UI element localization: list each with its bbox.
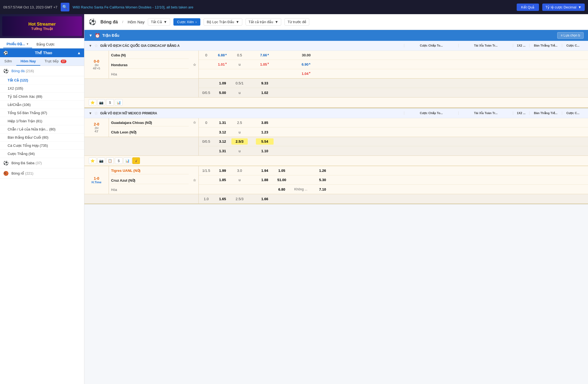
cuoc-xien-button[interactable]: Cược Xiên › bbox=[173, 18, 201, 26]
t-handicap-r3 bbox=[199, 188, 214, 190]
t-1x2-r1[interactable]: 1.05 bbox=[274, 167, 290, 174]
chevron-down-icon: ▼ bbox=[164, 20, 167, 24]
bo-loc-dropdown[interactable]: Bộ Lọc Trận Đấu ▼ bbox=[204, 18, 242, 26]
lua-chon-button[interactable]: ≡ Lựa chọn b bbox=[557, 32, 584, 39]
t-cc-r2[interactable]: 5.30 bbox=[312, 177, 333, 183]
sidebar-item-bongro[interactable]: 🏀 Bóng rổ (221) bbox=[0, 168, 84, 179]
sidebar-subitem-tongso[interactable]: Tổng Số Bàn Thắng (87) bbox=[0, 109, 84, 117]
chevron-icon[interactable]: ▼ bbox=[89, 44, 92, 48]
tat-ca-tran-dropdown[interactable]: Tất cả trận đấu ▼ bbox=[246, 18, 281, 26]
guadalajara-teams: Guadalajara Chivas (Nữ) Club Leon (Nữ) bbox=[109, 118, 191, 137]
g2-taixiu-val-r2[interactable]: 1.10 bbox=[256, 148, 274, 154]
g-taixiu-val-r2[interactable]: 1.23 bbox=[256, 129, 274, 135]
chap2-val-r1[interactable]: 1.09 bbox=[214, 80, 231, 86]
taixiu-val-r1[interactable]: 7.66▲ bbox=[256, 52, 274, 58]
sidebar-subitem-tatca[interactable]: Tất Cả (122) bbox=[0, 76, 84, 84]
sidebar-subitem-cacuoc[interactable]: Cá Cược Tổng Hợp (735) bbox=[0, 142, 84, 150]
clipboard-icon[interactable]: 📋 bbox=[106, 157, 114, 164]
t-ou-r2 bbox=[248, 179, 256, 181]
search-button[interactable]: 🔍 bbox=[61, 3, 69, 11]
star-icon[interactable]: ☆ bbox=[94, 111, 98, 116]
g2-taixiu-val-r1[interactable]: 5.54 bbox=[256, 138, 274, 145]
subitem-1x2-label: 1X2 (105) bbox=[8, 86, 23, 90]
bt-r1[interactable]: 30.00 bbox=[290, 52, 323, 58]
dollar-icon[interactable]: $ bbox=[106, 99, 114, 106]
taixiu-sep-r2: u bbox=[231, 61, 248, 68]
dollar-icon2[interactable]: $ bbox=[115, 157, 122, 164]
match-score: 0-0 bbox=[94, 59, 99, 63]
content-subheader: ⚽ Bóng đá / Hôm Nay Tất Cả ▼ Cược Xiên ›… bbox=[84, 14, 588, 30]
favorite-icon[interactable]: ⭐ bbox=[89, 99, 96, 106]
g-taixiu-sep-r1: 2.5 bbox=[231, 120, 248, 126]
sidebar-tabs: Phiếu Đặ... ▼ Bảng Cược bbox=[0, 38, 84, 48]
g2-taixiu-sep-r2: u bbox=[231, 148, 248, 154]
camera-icon[interactable]: 📷 bbox=[97, 99, 105, 106]
tu-truoc-dropdown[interactable]: Từ trước đề bbox=[284, 18, 309, 26]
t2-taixiu-val-r1[interactable]: 1.66 bbox=[256, 196, 274, 202]
subtab-tructiep[interactable]: Trực tiếp 87 bbox=[40, 57, 71, 66]
guadalajara-star[interactable]: ☆ bbox=[191, 118, 198, 137]
match-score-time: 0-0 2H 48'+5 bbox=[84, 51, 109, 78]
tigres-star[interactable]: ☆ bbox=[191, 166, 198, 194]
t-taixiu-val-r1[interactable]: 1.94 bbox=[256, 167, 274, 174]
subtab-homnay[interactable]: Hôm Nay bbox=[16, 57, 40, 66]
t-cc-r1[interactable]: 1.26 bbox=[312, 167, 333, 174]
ty-le-dropdown[interactable]: Tỷ lệ cược Decimal ▼ bbox=[542, 4, 585, 11]
t2-chap-r1[interactable]: 1.65 bbox=[214, 196, 231, 202]
ket-qua-button[interactable]: Kết Quả bbox=[517, 4, 539, 11]
subitem-cacuoc-label: Cá Cược Tổng Hợp (735) bbox=[8, 144, 48, 148]
sidebar-item-saba[interactable]: ⚽ Bóng Đá Saba (37) bbox=[0, 158, 84, 168]
subtab-som[interactable]: Sớm bbox=[0, 57, 16, 66]
tat-ca-dropdown[interactable]: Tất Cả ▼ bbox=[148, 18, 170, 26]
sidebar-subitem-hiep1[interactable]: Hiệp 1/Toàn Trận (81) bbox=[0, 117, 84, 125]
chap-val-r2[interactable]: 1.01▼ bbox=[214, 61, 231, 68]
tab-bang-cuoc[interactable]: Bảng Cược bbox=[33, 40, 58, 48]
chart-icon[interactable]: 📊 bbox=[115, 99, 122, 106]
sidebar-subitem-tyso[interactable]: Tỷ Số Chính Xác (89) bbox=[0, 93, 84, 101]
g-chap-r2[interactable]: 3.12 bbox=[214, 129, 231, 135]
tab-phieu-dat[interactable]: Phiếu Đặ... ▼ bbox=[3, 40, 32, 48]
t-chap-r1[interactable]: 1.99 bbox=[214, 167, 231, 174]
favorite-icon2[interactable]: ⭐ bbox=[89, 157, 96, 164]
taixiu2-val-r1[interactable]: 9.33 bbox=[256, 80, 274, 86]
bt-r3[interactable]: 1.04▼ bbox=[290, 70, 323, 77]
tigres-draw: Hòa bbox=[111, 187, 189, 193]
t-1x2-r3[interactable]: 6.80 bbox=[274, 186, 290, 193]
match-guadalajara-actions: ⭐ 📷 📋 $ 📊 💰 bbox=[84, 156, 588, 166]
t-1x2-r2[interactable]: 51.00 bbox=[274, 177, 290, 183]
star-icon[interactable]: ☆ bbox=[94, 43, 98, 48]
subitem-lechan-label: Lẻ/Chẵn (106) bbox=[8, 103, 31, 107]
sidebar-subitem-cuocthang[interactable]: Cược Thắng (94) bbox=[0, 150, 84, 158]
camera-icon2[interactable]: 📷 bbox=[97, 157, 105, 164]
g-chap-r1[interactable]: 1.31 bbox=[214, 120, 231, 126]
bt-r2[interactable]: 6.90▲ bbox=[290, 61, 323, 68]
chevron-down-icon: ▼ bbox=[578, 5, 581, 9]
the-thao-header[interactable]: ⚽ Thể Thao ▲ bbox=[0, 48, 84, 57]
sidebar-item-bongda[interactable]: ⚽ Bóng đá (216) bbox=[0, 66, 84, 76]
tigres-teams: Tigres UANL (Nữ) Cruz Azul (Nữ) Hòa bbox=[109, 166, 191, 194]
g2-chap-r1[interactable]: 3.12 bbox=[214, 138, 231, 145]
guadalajara-half: 2H bbox=[94, 126, 98, 130]
g-taixiu-val-r1[interactable]: 3.85 bbox=[256, 120, 274, 126]
subitem-tatca-label: Tất Cả (122) bbox=[8, 78, 28, 82]
t-cc-r3[interactable]: 7.10 bbox=[312, 186, 333, 193]
chevron-down-icon[interactable]: ▼ bbox=[89, 33, 93, 38]
match-star[interactable]: ☆ bbox=[191, 51, 198, 78]
chap2-val-r2[interactable]: 5.00 bbox=[214, 90, 231, 96]
chap-val-r1[interactable]: 6.88▲ bbox=[214, 52, 231, 58]
sidebar-subitem-chanle[interactable]: Chẵn / Lẻ của Nửa trận... (80) bbox=[0, 125, 84, 133]
t-chap-r2[interactable]: 1.85 bbox=[214, 177, 231, 183]
chart-icon2[interactable]: 📊 bbox=[124, 157, 131, 164]
coin-icon[interactable]: 💰 bbox=[132, 157, 140, 164]
t2-handicap-r1: 1.0 bbox=[199, 196, 214, 202]
t-taixiu-val-r2[interactable]: 1.88 bbox=[256, 177, 274, 183]
sidebar-subitem-1x2[interactable]: 1X2 (105) bbox=[0, 84, 84, 93]
sidebar-subitem-lechan[interactable]: Lẻ/Chẵn (106) bbox=[0, 101, 84, 109]
sidebar-subitem-banthang[interactable]: Bàn thắng Đầu/ Cuối (80) bbox=[0, 133, 84, 142]
chevron-icon[interactable]: ▼ bbox=[89, 111, 92, 115]
taixiu2-val-r2[interactable]: 1.02 bbox=[256, 90, 274, 96]
g2-ou-r1 bbox=[248, 141, 256, 143]
g2-chap-r2[interactable]: 1.31 bbox=[214, 148, 231, 154]
taixiu-val-r2[interactable]: 1.05▼ bbox=[256, 61, 274, 68]
league-concacaf: ▼ ☆ GIẢI VÔ ĐỊCH CÁC QUỐC GIA CONCACAF B… bbox=[84, 41, 588, 108]
